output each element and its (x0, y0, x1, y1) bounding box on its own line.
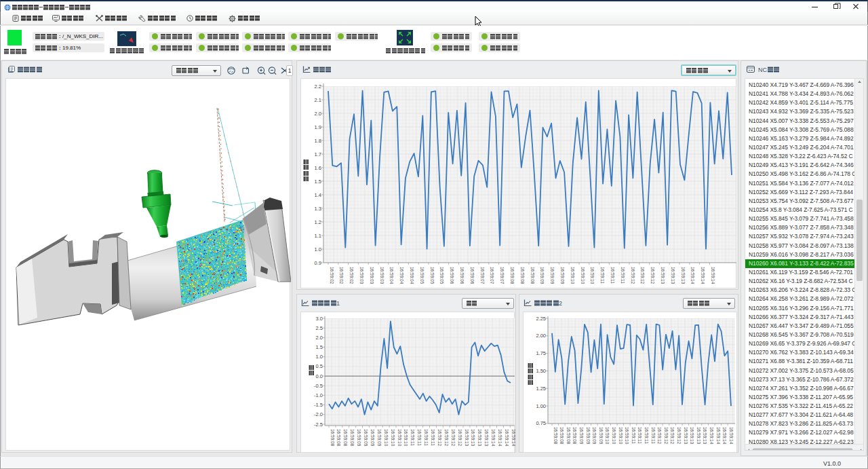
svg-text:-0.5: -0.5 (314, 383, 323, 389)
svg-text:16:59:02: 16:59:02 (339, 267, 344, 284)
svg-text:16:59:10: 16:59:10 (605, 427, 610, 445)
svg-text:16:59:14: 16:59:14 (701, 267, 705, 284)
svg-text:16:59:10: 16:59:10 (391, 429, 395, 447)
svg-text:16:59:11: 16:59:11 (637, 427, 642, 444)
svg-text:0.75: 0.75 (536, 420, 546, 426)
svg-text:16:59:12: 16:59:12 (640, 267, 645, 284)
svg-text:16:59:05: 16:59:05 (420, 267, 425, 284)
svg-text:-1.5: -1.5 (314, 402, 323, 408)
svg-text:16:59:08: 16:59:08 (520, 267, 525, 284)
svg-text:16:59:09: 16:59:09 (550, 267, 555, 284)
svg-text:16:59:13: 16:59:13 (484, 429, 489, 447)
svg-text:16:59:14: 16:59:14 (498, 429, 502, 447)
svg-text:1.4: 1.4 (315, 192, 321, 198)
svg-text:16:59:05: 16:59:05 (439, 267, 444, 284)
svg-text:16:59:08: 16:59:08 (530, 267, 535, 284)
svg-text:16:59:12: 16:59:12 (650, 267, 655, 284)
svg-text:16:59:03: 16:59:03 (370, 267, 374, 284)
svg-text:16:59:14: 16:59:14 (722, 427, 727, 445)
svg-text:16:59:09: 16:59:09 (377, 429, 382, 447)
svg-text:16:59:06: 16:59:06 (460, 267, 465, 284)
svg-text:16:59:13: 16:59:13 (477, 429, 482, 447)
svg-text:16:59:03: 16:59:03 (359, 267, 364, 284)
svg-text:16:59:10: 16:59:10 (570, 267, 575, 284)
svg-text:16:59:14: 16:59:14 (690, 267, 695, 284)
svg-text:3.0: 3.0 (316, 316, 323, 322)
svg-text:1.00: 1.00 (536, 403, 546, 409)
svg-text:1.1: 1.1 (315, 233, 321, 239)
svg-text:16:59:11: 16:59:11 (620, 267, 625, 284)
svg-text:1.25: 1.25 (536, 386, 546, 392)
svg-text:2.5: 2.5 (316, 325, 323, 331)
svg-text:1.0: 1.0 (316, 354, 323, 360)
svg-text:16:59:11: 16:59:11 (644, 427, 649, 444)
svg-text:16:59:13: 16:59:13 (684, 427, 688, 445)
svg-text:16:59:04: 16:59:04 (399, 267, 404, 284)
svg-text:1.75: 1.75 (536, 350, 546, 356)
svg-text:16:59:14: 16:59:14 (709, 427, 714, 445)
svg-text:-2.0: -2.0 (314, 411, 323, 417)
svg-text:16:59:13: 16:59:13 (660, 267, 665, 284)
svg-text:16:59:10: 16:59:10 (580, 267, 585, 284)
svg-text:16:59:09: 16:59:09 (586, 427, 591, 445)
svg-text:16:59:11: 16:59:11 (610, 267, 615, 284)
svg-text:16:59:02: 16:59:02 (349, 267, 354, 284)
svg-text:16:59:10: 16:59:10 (397, 429, 402, 447)
svg-text:16:59:06: 16:59:06 (470, 267, 475, 284)
svg-text:16:59:08: 16:59:08 (343, 429, 348, 447)
svg-text:16:59:07: 16:59:07 (500, 267, 505, 284)
svg-text:1.0: 1.0 (315, 246, 321, 252)
svg-text:16:59:08: 16:59:08 (336, 429, 341, 447)
svg-text:16:59:06: 16:59:06 (450, 267, 454, 284)
svg-text:1.3: 1.3 (315, 206, 321, 212)
svg-text:16:59:10: 16:59:10 (590, 267, 595, 284)
svg-text:16:59:12: 16:59:12 (458, 429, 462, 447)
svg-text:16:59:11: 16:59:11 (651, 427, 656, 444)
svg-text:16:59:12: 16:59:12 (657, 427, 662, 445)
svg-text:16:59:12: 16:59:12 (437, 429, 442, 447)
svg-text:16:59:13: 16:59:13 (696, 427, 701, 445)
svg-text:2.1: 2.1 (315, 97, 321, 103)
svg-text:16:59:14: 16:59:14 (711, 267, 715, 284)
svg-text:1.5: 1.5 (315, 179, 321, 185)
svg-text:16:59:11: 16:59:11 (631, 427, 636, 444)
svg-text:16:59:10: 16:59:10 (625, 427, 629, 445)
svg-text:16:59:09: 16:59:09 (370, 429, 375, 447)
svg-text:16:59:12: 16:59:12 (664, 427, 669, 445)
svg-text:16:59:02: 16:59:02 (330, 267, 334, 284)
svg-text:2.2: 2.2 (315, 83, 321, 90)
svg-text:0.0: 0.0 (316, 373, 323, 379)
svg-text:1.6: 1.6 (315, 165, 321, 171)
svg-text:16:59:11: 16:59:11 (431, 429, 435, 446)
svg-text:16:59:04: 16:59:04 (410, 267, 414, 284)
svg-text:16:59:10: 16:59:10 (618, 427, 623, 445)
svg-text:16:59:13: 16:59:13 (471, 429, 475, 447)
svg-text:1.2: 1.2 (315, 219, 321, 225)
svg-text:16:59:10: 16:59:10 (612, 427, 616, 445)
svg-text:16:59:08: 16:59:08 (572, 427, 577, 445)
svg-text:0.9: 0.9 (315, 260, 321, 266)
svg-text:16:59:08: 16:59:08 (350, 429, 355, 447)
svg-text:16:59:09: 16:59:09 (592, 427, 597, 445)
svg-text:16:59:09: 16:59:09 (560, 267, 565, 284)
svg-text:1.8: 1.8 (315, 138, 321, 144)
svg-text:16:59:11: 16:59:11 (417, 429, 422, 446)
svg-text:16:59:07: 16:59:07 (490, 267, 494, 284)
svg-text:16:59:13: 16:59:13 (690, 427, 694, 445)
svg-text:-2.5: -2.5 (314, 421, 323, 428)
svg-text:1.7: 1.7 (315, 151, 321, 157)
svg-text:16:59:14: 16:59:14 (505, 429, 509, 447)
svg-text:16:59:03: 16:59:03 (380, 267, 384, 284)
svg-text:16:59:07: 16:59:07 (480, 267, 485, 284)
svg-text:16:59:09: 16:59:09 (357, 429, 361, 447)
svg-text:16:59:13: 16:59:13 (703, 427, 707, 445)
svg-text:16:59:10: 16:59:10 (403, 429, 408, 447)
svg-text:1.50: 1.50 (536, 368, 546, 374)
svg-text:16:59:12: 16:59:12 (631, 267, 635, 284)
svg-text:16:59:14: 16:59:14 (729, 427, 734, 445)
svg-text:16:59:13: 16:59:13 (465, 429, 469, 447)
svg-text:2.25: 2.25 (536, 316, 546, 322)
svg-text:16:59:14: 16:59:14 (511, 429, 515, 447)
svg-text:16:59:04: 16:59:04 (389, 267, 394, 284)
svg-text:-1.0: -1.0 (314, 392, 323, 398)
